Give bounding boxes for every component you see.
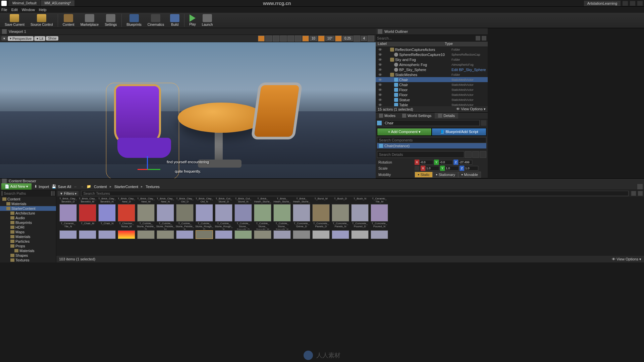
details-search-icon[interactable] bbox=[465, 151, 472, 158]
menu-window[interactable]: Window bbox=[22, 8, 35, 12]
asset-thumbnail[interactable] bbox=[195, 230, 213, 239]
lock-icon[interactable] bbox=[481, 120, 486, 126]
asset-thumbnail[interactable] bbox=[254, 204, 272, 222]
outliner-row[interactable]: 👁 Sky and Fog Folder bbox=[376, 57, 488, 62]
asset-thumbnail[interactable] bbox=[331, 230, 350, 239]
search-icon[interactable] bbox=[631, 191, 636, 196]
grid-snap-value[interactable]: 10 bbox=[310, 36, 317, 41]
scale-mode-button[interactable] bbox=[280, 36, 287, 42]
tree-folder[interactable]: Materials bbox=[0, 234, 56, 239]
asset-thumbnail[interactable] bbox=[312, 204, 330, 222]
outliner-row[interactable]: 👁 SphereReflectionCapture10 SphereReflec… bbox=[376, 52, 488, 57]
rotation-z-input[interactable] bbox=[458, 160, 472, 165]
transform-gizmo[interactable] bbox=[138, 156, 158, 176]
asset-thumbnail[interactable] bbox=[137, 204, 155, 222]
sources-search[interactable] bbox=[0, 190, 56, 197]
outliner-row[interactable]: 👁 Floor StaticMeshActor bbox=[376, 92, 488, 97]
add-component-button[interactable]: + Add Component ▾ bbox=[377, 128, 432, 136]
tree-folder[interactable]: StarterContent bbox=[0, 206, 56, 211]
cinematics-button[interactable]: Cinematics bbox=[145, 13, 167, 28]
menu-help[interactable]: Help bbox=[39, 8, 47, 12]
asset-thumbnail[interactable] bbox=[312, 230, 330, 239]
translate-mode-button[interactable] bbox=[265, 36, 272, 42]
lock-icon[interactable] bbox=[637, 184, 643, 189]
outliner-search[interactable] bbox=[376, 35, 488, 42]
asset-thumbnail[interactable] bbox=[215, 204, 233, 222]
outliner-row[interactable]: 👁 Chair StaticMeshActor bbox=[376, 77, 488, 82]
view-options-dropdown[interactable]: 👁 View Options ▾ bbox=[612, 257, 641, 261]
breadcrumb-startercontent[interactable]: StarterContent bbox=[114, 185, 139, 189]
outliner-row[interactable]: 👁 StaticMeshes Folder bbox=[376, 72, 488, 77]
component-chair-instance[interactable]: Chair(Instance) bbox=[377, 143, 486, 148]
tab-world-settings[interactable]: World Settings bbox=[399, 113, 435, 119]
settings-button[interactable]: Settings bbox=[102, 13, 119, 28]
scale-y-input[interactable] bbox=[445, 166, 459, 171]
outliner-col-type[interactable]: Type bbox=[445, 42, 453, 47]
tree-folder[interactable]: Props bbox=[0, 244, 56, 248]
search-icon[interactable] bbox=[51, 191, 52, 196]
tree-folder[interactable]: Maps bbox=[0, 230, 56, 234]
launch-button[interactable]: Launch bbox=[199, 13, 216, 28]
tree-folder[interactable]: Textures bbox=[0, 258, 56, 262]
camera-speed-icon[interactable] bbox=[354, 36, 360, 42]
play-button[interactable]: Play bbox=[186, 13, 198, 28]
asset-thumbnail[interactable] bbox=[292, 230, 311, 239]
visibility-icon[interactable]: 👁 bbox=[378, 98, 382, 102]
tree-folder[interactable]: Shapes bbox=[0, 253, 56, 258]
nav-back-button[interactable]: ← bbox=[74, 185, 77, 189]
asset-thumbnail[interactable] bbox=[234, 230, 252, 239]
blueprint-add-script-button[interactable]: 📘 Blueprint/Add Script bbox=[432, 128, 486, 136]
camera-speed-value[interactable]: 4 bbox=[361, 36, 367, 41]
outliner-row[interactable]: 👁 Table StaticMeshActor bbox=[376, 102, 488, 106]
asset-thumbnail[interactable] bbox=[370, 204, 388, 222]
asset-thumbnail[interactable] bbox=[59, 230, 77, 239]
asset-thumbnail[interactable] bbox=[117, 230, 136, 239]
outliner-row[interactable]: 👁 ReflectionCaptureActors Folder bbox=[376, 47, 488, 52]
tree-folder[interactable]: Materials bbox=[0, 201, 56, 206]
import-button[interactable]: ⬇ Import bbox=[34, 184, 49, 189]
tree-folder[interactable]: Content bbox=[0, 197, 56, 201]
component-list[interactable]: Chair(Instance) bbox=[377, 143, 486, 150]
asset-thumbnail[interactable] bbox=[156, 204, 174, 222]
tree-folder[interactable]: HDRI bbox=[0, 225, 56, 230]
build-button[interactable]: Build bbox=[167, 13, 182, 28]
maximize-viewport-button[interactable] bbox=[368, 36, 374, 42]
section-static-mesh[interactable]: Static Mesh bbox=[376, 178, 488, 179]
material-tab[interactable]: MM_ASLearning* bbox=[41, 0, 74, 6]
blueprints-button[interactable]: Blueprints bbox=[124, 13, 144, 28]
outliner-row[interactable]: 👁 Statue StaticMeshActor bbox=[376, 97, 488, 102]
viewport-menu-dropdown[interactable]: ▾ bbox=[1, 36, 7, 41]
level-tab[interactable]: Minimal_Default bbox=[9, 0, 40, 6]
visibility-icon[interactable]: 👁 bbox=[378, 73, 382, 77]
asset-thumbnail[interactable] bbox=[370, 230, 388, 239]
gizmo-x-axis[interactable] bbox=[138, 169, 148, 170]
scale-lock-icon[interactable] bbox=[415, 166, 419, 171]
add-new-button[interactable]: 📄 Add New ▾ bbox=[1, 183, 32, 190]
tree-folder[interactable]: Particles bbox=[0, 239, 56, 244]
mobility-static[interactable]: ● Static bbox=[415, 172, 433, 178]
asset-thumbnail[interactable] bbox=[98, 230, 116, 239]
asset-thumbnail[interactable] bbox=[331, 204, 350, 222]
collapse-icon[interactable] bbox=[53, 191, 55, 196]
asset-thumbnail[interactable] bbox=[176, 230, 194, 239]
folder-icon[interactable]: 📁 bbox=[87, 184, 91, 189]
details-view-icon[interactable] bbox=[472, 151, 479, 158]
visibility-icon[interactable]: 👁 bbox=[378, 83, 382, 87]
search-components-input[interactable] bbox=[377, 137, 486, 143]
rotation-y-input[interactable] bbox=[439, 160, 453, 165]
grid-snap-button[interactable] bbox=[302, 36, 309, 42]
save-all-button[interactable]: 💾 Save All bbox=[52, 184, 71, 189]
show-dropdown[interactable]: Show bbox=[46, 36, 58, 41]
rotation-snap-button[interactable] bbox=[318, 36, 325, 42]
tree-folder[interactable]: Blueprints bbox=[0, 220, 56, 225]
save-search-icon[interactable] bbox=[638, 191, 643, 196]
marketplace-button[interactable]: Marketplace bbox=[78, 13, 101, 28]
visibility-icon[interactable]: 👁 bbox=[378, 68, 382, 72]
search-details-input[interactable] bbox=[377, 151, 464, 158]
outliner-row[interactable]: 👁 Floor StaticMeshActor bbox=[376, 87, 488, 92]
artstation-label[interactable]: ArtstationLearning bbox=[584, 1, 621, 6]
outliner-tree[interactable]: 👁 ReflectionCaptureActors Folder👁 Sphere… bbox=[376, 47, 488, 106]
filter-icon[interactable] bbox=[482, 36, 486, 41]
sources-search-input[interactable] bbox=[4, 191, 50, 195]
asset-thumbnail[interactable] bbox=[351, 230, 369, 239]
